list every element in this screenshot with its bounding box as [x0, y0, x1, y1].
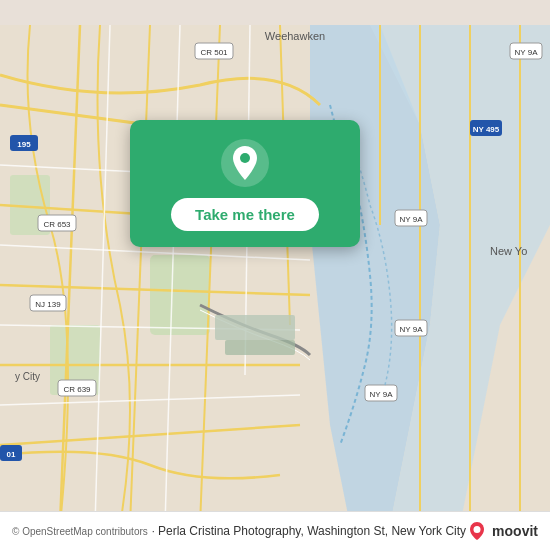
svg-text:New Yo: New Yo [490, 245, 527, 257]
svg-text:NY 9A: NY 9A [370, 390, 394, 399]
svg-rect-49 [215, 315, 295, 340]
take-me-there-button[interactable]: Take me there [171, 198, 319, 231]
location-label: Perla Cristina Photography, Washington S… [158, 524, 466, 538]
svg-text:CR 653: CR 653 [43, 220, 71, 229]
map-container: CR 501 195 CR 653 NJ 139 CR 639 NY 9A NY… [0, 0, 550, 550]
svg-text:CR 639: CR 639 [63, 385, 91, 394]
svg-text:Weehawken: Weehawken [265, 30, 325, 42]
svg-rect-50 [225, 340, 295, 355]
svg-rect-1 [150, 255, 210, 335]
svg-text:195: 195 [17, 140, 31, 149]
svg-text:y City: y City [15, 371, 40, 382]
svg-text:NJ 139: NJ 139 [35, 300, 61, 309]
map-pin-icon [220, 138, 270, 188]
separator: · [152, 525, 155, 537]
attribution-area: © OpenStreetMap contributors · [12, 525, 158, 537]
svg-text:01: 01 [7, 450, 16, 459]
moovit-logo: moovit [466, 520, 538, 542]
location-card: Take me there [130, 120, 360, 247]
moovit-text: moovit [492, 523, 538, 539]
moovit-icon [466, 520, 488, 542]
bottom-bar: © OpenStreetMap contributors · Perla Cri… [0, 511, 550, 550]
svg-point-53 [474, 526, 481, 533]
svg-text:NY 9A: NY 9A [400, 325, 424, 334]
svg-text:NY 9A: NY 9A [400, 215, 424, 224]
map-background: CR 501 195 CR 653 NJ 139 CR 639 NY 9A NY… [0, 0, 550, 550]
svg-text:CR 501: CR 501 [200, 48, 228, 57]
osm-attribution: © OpenStreetMap contributors [12, 526, 148, 537]
svg-text:NY 495: NY 495 [473, 125, 500, 134]
svg-point-52 [240, 153, 250, 163]
svg-text:NY 9A: NY 9A [515, 48, 539, 57]
